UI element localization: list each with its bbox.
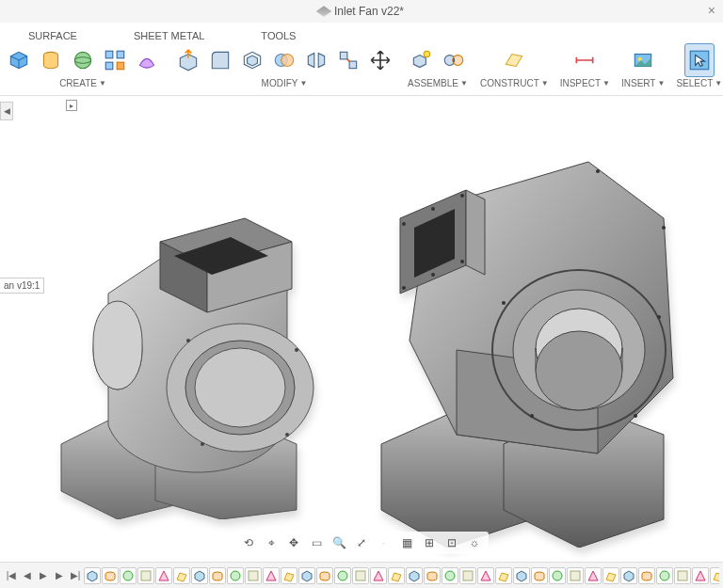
timeline-feature[interactable] (263, 567, 280, 584)
construct-plane-button[interactable] (499, 43, 529, 77)
timeline-feature[interactable] (120, 567, 137, 584)
svg-point-41 (662, 226, 666, 230)
timeline-feature[interactable] (602, 567, 619, 584)
modify-combine-button[interactable] (269, 43, 299, 77)
create-box-button[interactable] (4, 43, 34, 77)
assemble-component-button[interactable] (407, 43, 437, 77)
toolbar-label-create[interactable]: CREATE▼ (59, 78, 106, 88)
timeline-end-button[interactable]: ▶| (68, 568, 83, 583)
create-form-button[interactable] (132, 43, 162, 77)
timeline-feature[interactable] (281, 567, 297, 584)
svg-point-23 (295, 348, 298, 352)
timeline-feature[interactable] (567, 567, 584, 584)
timeline-feature[interactable] (692, 567, 709, 584)
inspect-measure-button[interactable] (570, 43, 600, 77)
select-arrow-button[interactable] (684, 43, 715, 77)
svg-rect-6 (117, 62, 124, 70)
modify-move-button[interactable] (365, 43, 395, 77)
nav-look-button[interactable]: ⌖ (263, 534, 280, 551)
timeline-feature[interactable] (424, 567, 441, 584)
timeline-start-button[interactable]: |◀ (4, 568, 19, 583)
left-panel-toggle[interactable]: ◀ (0, 102, 13, 120)
timeline-feature[interactable] (388, 567, 405, 584)
svg-rect-4 (117, 51, 124, 58)
svg-rect-50 (356, 571, 365, 580)
timeline-feature[interactable] (191, 567, 208, 584)
insert-decal-button[interactable] (628, 43, 658, 77)
ribbon-tabs: SURFACE SHEET METAL TOOLS (0, 23, 723, 41)
create-cylinder-button[interactable] (36, 43, 66, 77)
modify-align-button[interactable] (333, 43, 363, 77)
nav-zoom-window-button[interactable]: ▭ (308, 534, 325, 551)
timeline-feature[interactable] (477, 567, 494, 584)
create-pattern-button[interactable] (100, 43, 130, 77)
svg-rect-47 (249, 571, 258, 580)
nav-effects-button[interactable]: ☼ (466, 534, 483, 551)
nav-snap-button[interactable]: ⊡ (443, 534, 460, 551)
timeline-feature[interactable] (227, 567, 244, 584)
timeline-feature[interactable] (298, 567, 315, 584)
svg-rect-56 (570, 571, 580, 580)
timeline-feature[interactable] (352, 567, 369, 584)
timeline-feature[interactable] (137, 567, 154, 584)
timeline-feature[interactable] (334, 567, 351, 584)
timeline-feature[interactable] (674, 567, 691, 584)
nav-orbit-button[interactable]: ⟲ (240, 534, 257, 551)
timeline-feature[interactable] (513, 567, 530, 584)
timeline-prev-button[interactable]: ◀ (20, 568, 35, 583)
timeline-feature[interactable] (245, 567, 262, 584)
modify-presspull-button[interactable] (173, 43, 203, 77)
timeline-feature[interactable] (316, 567, 333, 584)
navigation-bar: ⟲ ⌖ ✥ ▭ 🔍 ⤢ · ▦ ⊞ ⊡ ☼ (234, 532, 489, 554)
timeline-feature[interactable] (209, 567, 226, 584)
timeline-feature[interactable] (155, 567, 172, 584)
nav-display-button[interactable]: ▦ (398, 534, 415, 551)
timeline-play-button[interactable]: ▶ (36, 568, 51, 583)
toolbar-label-inspect[interactable]: INSPECT▼ (560, 78, 610, 88)
toolbar-group-assemble: ASSEMBLE▼ (407, 43, 469, 88)
timeline-feature[interactable] (620, 567, 637, 584)
timeline-next-button[interactable]: ▶ (52, 568, 67, 583)
timeline-feature[interactable] (84, 567, 101, 584)
timeline-feature[interactable] (173, 567, 190, 584)
svg-point-36 (502, 301, 506, 305)
browser-collapse-icon[interactable]: ▸ (66, 100, 77, 111)
timeline-feature[interactable] (531, 567, 548, 584)
nav-pan-button[interactable]: ✥ (285, 534, 302, 551)
svg-point-20 (195, 348, 285, 427)
timeline-feature[interactable] (406, 567, 423, 584)
toolbar-label-select[interactable]: SELECT▼ (676, 78, 722, 88)
model-fan-right (344, 134, 701, 548)
timeline-feature[interactable] (638, 567, 655, 584)
tab-sheet-metal[interactable]: SHEET METAL (134, 30, 204, 41)
nav-grid-button[interactable]: ⊞ (421, 534, 438, 551)
close-button[interactable]: × (708, 3, 715, 18)
timeline-feature[interactable] (549, 567, 566, 584)
toolbar-group-select: SELECT▼ (676, 43, 722, 88)
timeline-feature[interactable] (495, 567, 512, 584)
nav-fit-button[interactable]: ⤢ (353, 534, 370, 551)
nav-zoom-button[interactable]: 🔍 (330, 534, 347, 551)
toolbar-label-insert[interactable]: INSERT▼ (621, 78, 665, 88)
toolbar-group-modify: MODIFY▼ (173, 43, 395, 88)
modify-fillet-button[interactable] (205, 43, 235, 77)
browser-item[interactable]: an v19:1 (0, 278, 44, 294)
timeline-feature[interactable] (710, 567, 719, 584)
svg-rect-5 (105, 62, 113, 70)
assemble-joint-button[interactable] (439, 43, 469, 77)
modify-split-button[interactable] (301, 43, 331, 77)
tab-surface[interactable]: SURFACE (28, 30, 77, 41)
toolbar-label-assemble[interactable]: ASSEMBLE▼ (408, 78, 468, 88)
create-sphere-button[interactable] (68, 43, 98, 77)
timeline-feature[interactable] (102, 567, 119, 584)
toolbar-label-modify[interactable]: MODIFY▼ (262, 78, 308, 88)
tab-tools[interactable]: TOOLS (261, 30, 296, 41)
modify-shell-button[interactable] (237, 43, 267, 77)
timeline-feature[interactable] (585, 567, 602, 584)
timeline-feature[interactable] (656, 567, 673, 584)
toolbar-label-construct[interactable]: CONSTRUCT▼ (480, 78, 549, 88)
timeline-feature[interactable] (370, 567, 387, 584)
timeline-feature[interactable] (459, 567, 476, 584)
viewport-canvas[interactable] (0, 96, 723, 562)
timeline-feature[interactable] (442, 567, 458, 584)
